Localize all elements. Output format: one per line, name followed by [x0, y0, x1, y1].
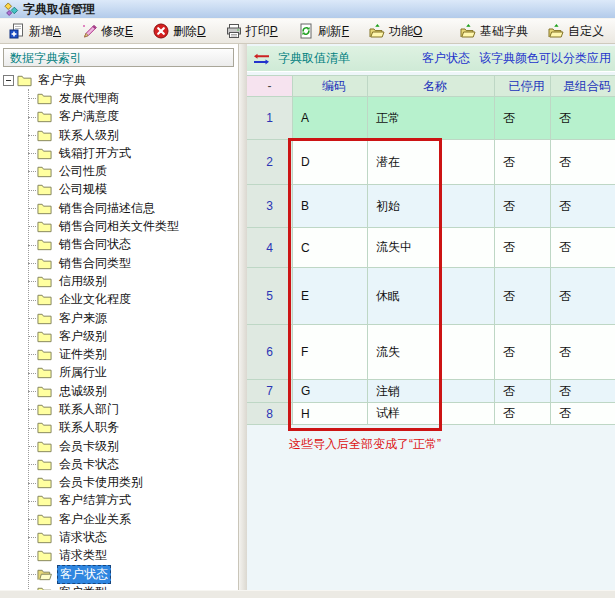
- tree-item[interactable]: 客户级别: [0, 327, 238, 345]
- tree-item[interactable]: 证件类别: [0, 345, 238, 363]
- tree-item[interactable]: 忠诚级别: [0, 382, 238, 400]
- toolbar-button-base-dictionary[interactable]: 基础字典: [455, 21, 533, 42]
- toolbar-button-add[interactable]: 新增A: [4, 21, 66, 42]
- table-cell-stop[interactable]: 否: [495, 185, 551, 228]
- tree-item[interactable]: 公司规模: [0, 181, 238, 199]
- toolbar-button-function[interactable]: 功能O: [364, 21, 427, 42]
- tree-item-label: 证件类别: [57, 346, 109, 363]
- folder-icon: [37, 329, 52, 344]
- table-cell-num[interactable]: 2: [247, 140, 293, 185]
- edit-icon: [81, 23, 97, 39]
- table-cell-name[interactable]: 休眠: [368, 268, 495, 325]
- tree-item[interactable]: 客户满意度: [0, 108, 238, 126]
- table-row[interactable]: 2D潜在否否: [247, 140, 615, 185]
- table-cell-combo[interactable]: 否: [551, 228, 615, 268]
- table-cell-num[interactable]: 3: [247, 185, 293, 228]
- tree-item[interactable]: 联系人职务: [0, 419, 238, 437]
- table-row[interactable]: 3B初始否否: [247, 185, 615, 228]
- tree-item[interactable]: 联系人部门: [0, 400, 238, 418]
- table-cell-code[interactable]: G: [293, 380, 368, 403]
- table-cell-code[interactable]: D: [293, 140, 368, 185]
- tree-item[interactable]: 联系人级别: [0, 126, 238, 144]
- table-cell-num[interactable]: 7: [247, 380, 293, 403]
- table-cell-stop[interactable]: 否: [495, 268, 551, 325]
- table-cell-stop[interactable]: 否: [495, 325, 551, 380]
- table-header-cell[interactable]: 名称: [368, 75, 495, 97]
- table-cell-num[interactable]: 5: [247, 268, 293, 325]
- table-cell-num[interactable]: 8: [247, 403, 293, 425]
- table-cell-name[interactable]: 潜在: [368, 140, 495, 185]
- tree-item[interactable]: 销售合同相关文件类型: [0, 217, 238, 235]
- table-cell-name[interactable]: 流失: [368, 325, 495, 380]
- tree-root-item[interactable]: 客户字典: [0, 71, 238, 89]
- table-cell-name[interactable]: 初始: [368, 185, 495, 228]
- table-header-cell[interactable]: 是组合码: [551, 75, 615, 97]
- table-cell-code[interactable]: E: [293, 268, 368, 325]
- table-cell-code[interactable]: A: [293, 97, 368, 140]
- table-row[interactable]: 6F流失否否: [247, 325, 615, 380]
- tree-item[interactable]: 请求状态: [0, 528, 238, 546]
- tree-item[interactable]: 会员卡状态: [0, 455, 238, 473]
- table-cell-num[interactable]: 1: [247, 97, 293, 140]
- table-cell-combo[interactable]: 否: [551, 403, 615, 425]
- tree-item[interactable]: 销售合同状态: [0, 236, 238, 254]
- tree-item[interactable]: 客户结算方式: [0, 492, 238, 510]
- tree-item-label: 请求类型: [57, 547, 109, 564]
- table-cell-code[interactable]: B: [293, 185, 368, 228]
- table-cell-combo[interactable]: 否: [551, 97, 615, 140]
- tree-item[interactable]: 客户企业关系: [0, 510, 238, 528]
- panel-splitter[interactable]: [238, 44, 247, 590]
- toolbar-button-edit[interactable]: 修改E: [76, 21, 138, 42]
- tree-item[interactable]: 销售合同描述信息: [0, 199, 238, 217]
- toolbar-button-custom[interactable]: 自定义: [543, 21, 609, 42]
- folder-icon: [37, 548, 52, 563]
- toolbar-button-print[interactable]: 打印P: [221, 21, 283, 42]
- tree-item-label: 钱箱打开方式: [57, 145, 133, 162]
- table-cell-name[interactable]: 正常: [368, 97, 495, 140]
- table-cell-stop[interactable]: 否: [495, 380, 551, 403]
- table-row[interactable]: 4C流失中否否: [247, 228, 615, 268]
- table-row[interactable]: 7G注销否否: [247, 380, 615, 403]
- tree-item-label: 联系人部门: [57, 401, 121, 418]
- table-cell-num[interactable]: 6: [247, 325, 293, 380]
- tree-item[interactable]: 发展代理商: [0, 89, 238, 107]
- table-cell-name[interactable]: 注销: [368, 380, 495, 403]
- table-cell-stop[interactable]: 否: [495, 97, 551, 140]
- table-header-cell[interactable]: -: [247, 75, 293, 97]
- table-cell-combo[interactable]: 否: [551, 140, 615, 185]
- table-row[interactable]: 8H试样否否: [247, 403, 615, 425]
- table-cell-code[interactable]: H: [293, 403, 368, 425]
- tree-collapse-box[interactable]: [3, 75, 14, 86]
- table-cell-code[interactable]: F: [293, 325, 368, 380]
- tree-item[interactable]: 所属行业: [0, 364, 238, 382]
- table-header-cell[interactable]: 已停用: [495, 75, 551, 97]
- table-cell-code[interactable]: C: [293, 228, 368, 268]
- table-header-cell[interactable]: 编码: [293, 75, 368, 97]
- tree-item[interactable]: 请求类型: [0, 547, 238, 565]
- tree-item[interactable]: 公司性质: [0, 162, 238, 180]
- table-cell-name[interactable]: 流失中: [368, 228, 495, 268]
- tree-item[interactable]: 会员卡级别: [0, 437, 238, 455]
- toolbar-button-delete[interactable]: 删除D: [148, 21, 211, 42]
- tree-item[interactable]: 销售合同类型: [0, 254, 238, 272]
- table-cell-stop[interactable]: 否: [495, 228, 551, 268]
- table-cell-combo[interactable]: 否: [551, 380, 615, 403]
- tree-item[interactable]: 钱箱打开方式: [0, 144, 238, 162]
- tree-item[interactable]: 客户类型: [0, 583, 238, 590]
- table-cell-combo[interactable]: 否: [551, 268, 615, 325]
- table-cell-stop[interactable]: 否: [495, 403, 551, 425]
- table-cell-combo[interactable]: 否: [551, 325, 615, 380]
- toolbar-button-refresh[interactable]: 刷新F: [293, 21, 354, 42]
- table-row[interactable]: 5E休眠否否: [247, 268, 615, 325]
- dictionary-note: 该字典颜色可以分类应用: [479, 51, 611, 65]
- table-cell-combo[interactable]: 否: [551, 185, 615, 228]
- tree-item[interactable]: 客户来源: [0, 309, 238, 327]
- tree-item[interactable]: 会员卡使用类别: [0, 474, 238, 492]
- tree-item[interactable]: 信用级别: [0, 272, 238, 290]
- table-cell-stop[interactable]: 否: [495, 140, 551, 185]
- table-cell-num[interactable]: 4: [247, 228, 293, 268]
- table-row[interactable]: 1A正常否否: [247, 97, 615, 140]
- tree-item-selected[interactable]: 客户状态: [0, 565, 238, 583]
- tree-item[interactable]: 企业文化程度: [0, 291, 238, 309]
- table-cell-name[interactable]: 试样: [368, 403, 495, 425]
